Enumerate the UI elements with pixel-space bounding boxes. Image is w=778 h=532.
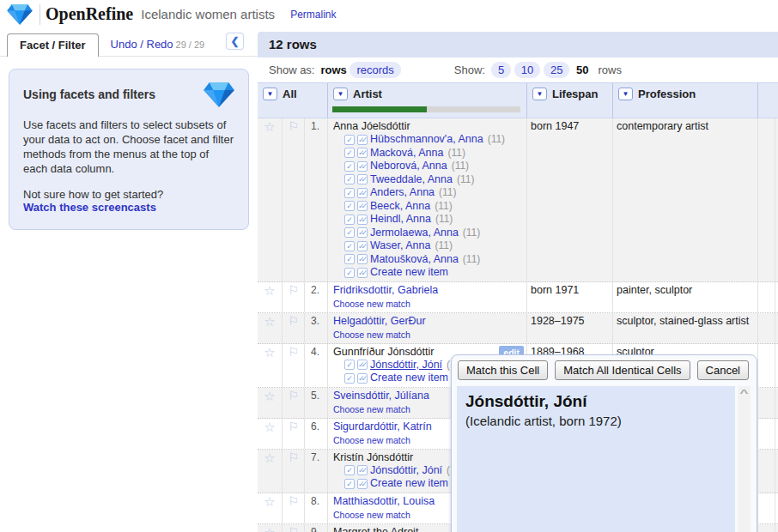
extra-column-cell [758,493,775,523]
column-menu-dropdown-icon[interactable]: ▼ [618,88,633,100]
match-one-checkbox-icon[interactable]: ✓ [344,360,355,370]
match-one-checkbox-icon[interactable]: ✓ [344,241,355,251]
column-header-all: ▼All [258,83,328,118]
match-one-checkbox-icon[interactable]: ✓ [344,479,355,489]
candidate-link[interactable]: Jermolaewa, Anna [370,227,459,239]
artist-cell: Helgadóttir, GerÐurChoose new match [328,313,527,343]
flag-cell[interactable]: ⚐ [283,450,305,493]
candidate-link[interactable]: Jónsdóttir, Jóní [370,464,442,477]
choose-new-match-link[interactable]: Choose new match [333,298,523,311]
candidate-link[interactable]: Matoušková, Anna [370,253,459,266]
collapse-panel-button[interactable]: ❮ [226,33,244,50]
candidate-link[interactable]: Create new item [370,266,448,279]
match-one-checkbox-icon[interactable]: ✓ [344,135,355,145]
flag-cell[interactable]: ⚐ [283,344,305,387]
permalink-link[interactable]: Permalink [290,9,336,21]
candidate-link[interactable]: Heindl, Anna [370,213,431,226]
match-all-checkbox-icon[interactable]: ✓✓ [357,254,368,264]
flag-cell[interactable]: ⚐ [283,118,305,281]
star-cell[interactable]: ☆ [258,493,283,523]
candidate-link[interactable]: Create new item [370,372,448,384]
match-one-checkbox-icon[interactable]: ✓ [344,465,355,475]
tab-undo-redo[interactable]: Undo / Redo29 / 29 [99,33,217,56]
flag-cell[interactable]: ⚐ [283,419,305,449]
matched-item-link[interactable]: Fridriksdottir, Gabriela [333,284,523,297]
flag-cell[interactable]: ⚐ [283,524,305,532]
candidate-link[interactable]: Beeck, Anna [370,200,430,213]
cancel-button[interactable]: Cancel [697,360,749,380]
watch-screencasts-link[interactable]: Watch these screencasts [23,201,234,214]
flag-cell[interactable]: ⚐ [283,313,305,343]
match-all-checkbox-icon[interactable]: ✓✓ [357,148,368,158]
star-cell[interactable]: ☆ [258,118,283,281]
popup-scrollbar[interactable]: ^ [738,386,751,532]
cell-value: Anna Jóelsdóttir [333,120,523,133]
flag-cell[interactable]: ⚐ [283,493,305,523]
candidate-link[interactable]: Create new item [370,477,448,490]
candidate-link[interactable]: Waser, Anna [370,239,430,252]
star-cell[interactable]: ☆ [258,313,283,343]
chevron-up-icon[interactable]: ^ [733,389,756,398]
match-all-checkbox-icon[interactable]: ✓✓ [357,174,368,184]
row-index: 8. [305,493,328,523]
star-cell[interactable]: ☆ [258,388,283,418]
star-cell[interactable]: ☆ [258,282,283,312]
match-all-identical-cells-button[interactable]: Match All Identical Cells [555,360,690,380]
star-cell[interactable]: ☆ [258,524,283,532]
artist-cell: Fridriksdottir, GabrielaChoose new match [328,282,527,312]
page-size-25[interactable]: 25 [544,62,569,78]
match-all-checkbox-icon[interactable]: ✓✓ [357,188,368,198]
match-one-checkbox-icon[interactable]: ✓ [344,254,355,264]
column-menu-dropdown-icon[interactable]: ▼ [532,88,547,100]
flag-icon: ⚐ [288,420,299,433]
candidate-link[interactable]: Anders, Anna [370,186,435,199]
candidate-link[interactable]: Macková, Anna [370,147,443,160]
match-all-checkbox-icon[interactable]: ✓✓ [357,268,368,278]
choose-new-match-link[interactable]: Choose new match [333,329,523,342]
candidate-link[interactable]: Tweeddale, Anna [370,173,453,186]
match-all-checkbox-icon[interactable]: ✓✓ [357,227,368,238]
match-all-checkbox-icon[interactable]: ✓✓ [357,479,368,489]
candidate-link[interactable]: Neborová, Anna [370,160,447,172]
match-all-checkbox-icon[interactable]: ✓✓ [357,241,368,251]
star-icon: ☆ [264,345,275,360]
match-one-checkbox-icon[interactable]: ✓ [344,188,355,198]
candidate-link[interactable]: Hübschmannov'a, Anna [370,133,483,146]
candidate-link[interactable]: Jónsdóttir, Jóní [370,359,442,372]
page-size-10[interactable]: 10 [514,62,540,78]
flag-icon: ⚐ [288,525,299,532]
match-all-checkbox-icon[interactable]: ✓✓ [357,373,368,384]
star-cell[interactable]: ☆ [258,344,283,387]
show-label: Show: [454,63,485,76]
page-size-50[interactable]: 50 [573,62,592,78]
page-size-5[interactable]: 5 [491,62,511,78]
left-panel: Facet / Filter Undo / Redo29 / 29 ❮ Usin… [0,28,258,532]
match-one-checkbox-icon[interactable]: ✓ [344,227,355,238]
matched-item-link[interactable]: Helgadóttir, GerÐur [333,315,523,328]
match-one-checkbox-icon[interactable]: ✓ [344,268,355,278]
match-one-checkbox-icon[interactable]: ✓ [344,215,355,225]
match-all-checkbox-icon[interactable]: ✓✓ [357,161,368,172]
match-all-checkbox-icon[interactable]: ✓✓ [357,360,368,370]
match-all-checkbox-icon[interactable]: ✓✓ [357,201,368,211]
star-cell[interactable]: ☆ [258,419,283,449]
match-this-cell-button[interactable]: Match this Cell [458,360,548,380]
match-all-checkbox-icon[interactable]: ✓✓ [357,135,368,145]
match-one-checkbox-icon[interactable]: ✓ [344,201,355,211]
match-one-checkbox-icon[interactable]: ✓ [344,161,355,172]
flag-cell[interactable]: ⚐ [283,388,305,418]
star-cell[interactable]: ☆ [258,450,283,493]
help-box: Using facets and filters Use facets and … [9,69,249,230]
match-one-checkbox-icon[interactable]: ✓ [344,148,355,158]
flag-cell[interactable]: ⚐ [283,282,305,312]
show-as-rows[interactable]: rows [320,63,346,76]
column-menu-dropdown-icon[interactable]: ▼ [263,88,277,100]
show-as-records[interactable]: records [349,62,400,78]
match-all-checkbox-icon[interactable]: ✓✓ [357,215,368,225]
match-one-checkbox-icon[interactable]: ✓ [344,174,355,184]
view-toolbar: Show as: rows records Show: 5 10 25 50 r… [258,57,778,82]
match-one-checkbox-icon[interactable]: ✓ [344,373,355,384]
match-all-checkbox-icon[interactable]: ✓✓ [357,465,368,475]
column-menu-dropdown-icon[interactable]: ▼ [333,88,348,100]
tab-facet-filter[interactable]: Facet / Filter [7,33,99,57]
